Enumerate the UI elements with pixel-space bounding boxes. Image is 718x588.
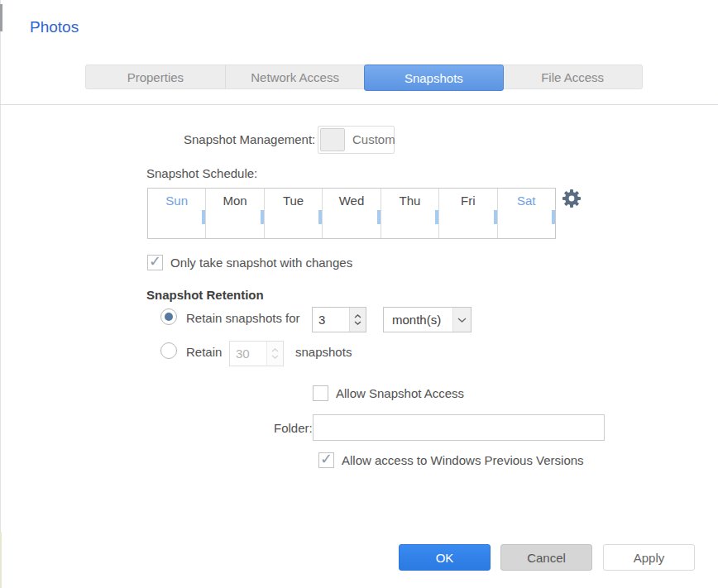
tab-snapshots[interactable]: Snapshots <box>364 65 505 91</box>
day-label: Tue <box>265 194 322 208</box>
allow-snapshot-access-checkbox[interactable] <box>313 385 328 401</box>
allow-snapshot-access-label: Allow Snapshot Access <box>336 386 464 400</box>
schedule-day-thu[interactable]: Thu <box>381 189 438 238</box>
only-changes-checkbox[interactable] <box>147 255 163 270</box>
retain-by-count-radio[interactable] <box>160 342 177 359</box>
page-title: Photos <box>30 18 79 36</box>
retention-count-input[interactable] <box>230 342 266 366</box>
snapshots-suffix-label: snapshots <box>295 345 352 359</box>
folder-input[interactable] <box>313 414 605 441</box>
tab-file-access[interactable]: File Access <box>503 65 642 88</box>
retention-count-spinner <box>229 341 284 366</box>
snapshot-settings-dialog: Photos Properties Network Access Snapsho… <box>0 0 718 588</box>
tab-properties[interactable]: Properties <box>86 65 225 88</box>
day-label: Fri <box>439 194 496 208</box>
spinner-up-icon[interactable] <box>354 314 361 318</box>
tab-separator-line <box>0 104 718 105</box>
toggle-knob[interactable] <box>320 128 345 151</box>
folder-label: Folder: <box>274 421 313 435</box>
snapshot-management-toggle[interactable]: Custom <box>318 126 395 154</box>
day-label: Thu <box>381 194 438 208</box>
retention-unit-value: month(s) <box>392 308 441 332</box>
retention-months-spinner <box>312 307 366 332</box>
toggle-value-label: Custom <box>352 127 395 153</box>
retention-unit-select[interactable]: month(s) <box>383 307 471 332</box>
spinner-up-icon <box>271 348 279 352</box>
retention-months-input[interactable] <box>313 308 349 332</box>
select-chevron-area[interactable] <box>452 308 471 332</box>
snapshot-schedule-label: Snapshot Schedule: <box>146 166 257 180</box>
day-label: Sun <box>148 194 205 208</box>
spinner-down-icon[interactable] <box>354 321 361 325</box>
spinner-arrows[interactable] <box>349 308 366 332</box>
spinner-arrows <box>266 342 283 366</box>
windows-previous-versions-label: Allow access to Windows Previous Version… <box>342 453 584 467</box>
cancel-button[interactable]: Cancel <box>500 544 592 571</box>
snapshot-retention-heading: Snapshot Retention <box>146 288 264 302</box>
schedule-day-sat[interactable]: Sat <box>497 189 555 238</box>
window-edge-bottom-fragment <box>0 532 2 588</box>
only-changes-label: Only take snapshot with changes <box>170 256 352 270</box>
snapshot-management-label: Snapshot Management: <box>184 132 315 146</box>
chevron-down-icon <box>457 318 467 323</box>
day-label: Sat <box>498 194 555 208</box>
schedule-day-wed[interactable]: Wed <box>322 189 380 238</box>
gear-icon[interactable] <box>562 189 582 208</box>
tab-network-access[interactable]: Network Access <box>225 65 365 88</box>
apply-button[interactable]: Apply <box>603 544 695 571</box>
schedule-table: Sun Mon Tue Wed Thu Fri Sat <box>147 188 556 239</box>
day-label: Mon <box>206 194 263 208</box>
tab-bar: Properties Network Access Snapshots File… <box>85 65 643 89</box>
scrollbar-fragment[interactable] <box>0 4 2 31</box>
windows-previous-versions-checkbox[interactable] <box>318 452 334 468</box>
window-edge-line <box>0 0 1 588</box>
schedule-time-bar <box>552 210 555 224</box>
spinner-down-icon <box>271 355 279 359</box>
schedule-day-mon[interactable]: Mon <box>205 189 263 238</box>
schedule-day-fri[interactable]: Fri <box>438 189 496 238</box>
schedule-day-sun[interactable]: Sun <box>148 189 205 238</box>
retain-by-time-label: Retain snapshots for <box>186 311 300 325</box>
retain-by-count-label: Retain <box>186 345 222 359</box>
retain-by-time-radio[interactable] <box>160 308 177 325</box>
schedule-day-tue[interactable]: Tue <box>264 189 322 238</box>
day-label: Wed <box>323 194 380 208</box>
ok-button[interactable]: OK <box>399 544 491 571</box>
